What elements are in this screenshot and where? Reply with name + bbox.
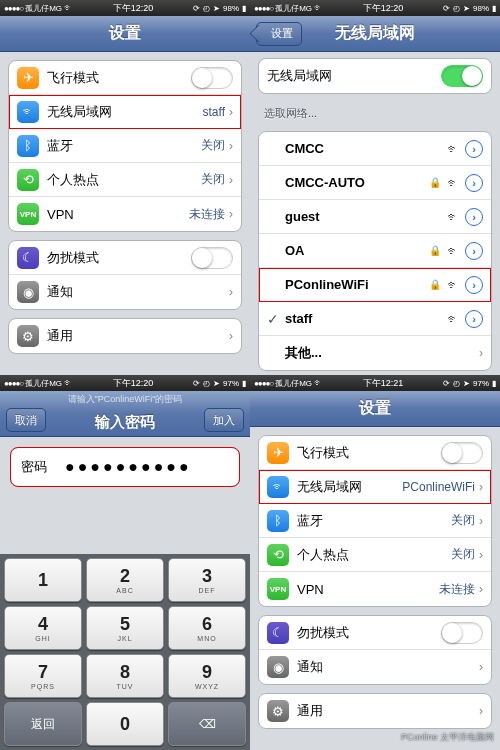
key-2[interactable]: 2ABC: [86, 558, 164, 602]
cancel-button[interactable]: 取消: [6, 408, 46, 432]
pane-settings-2: ●●●●○孤儿仔MG ᯤ 下午12:21 ⟳◴➤97%▮ 设置 ✈飞行模式 ᯤ无…: [250, 375, 500, 750]
password-input[interactable]: ●●●●●●●●●●: [65, 458, 192, 476]
password-prompt: 请输入"PConlineWiFi"的密码: [0, 393, 250, 406]
key-8[interactable]: 8TUV: [86, 654, 164, 698]
vpn-icon: VPN: [267, 578, 289, 600]
password-field-row[interactable]: 密码 ●●●●●●●●●●: [10, 447, 240, 487]
page-title: 设置: [359, 398, 391, 419]
signal-icon: ᯤ: [447, 142, 459, 156]
detail-button[interactable]: ›: [465, 242, 483, 260]
detail-button[interactable]: ›: [465, 310, 483, 328]
key-1[interactable]: 1: [4, 558, 82, 602]
status-bar: ●●●●○孤儿仔MG ᯤ 下午12:20 ⟳◴➤98%▮: [0, 0, 250, 16]
notifications-icon: ◉: [17, 281, 39, 303]
bluetooth-icon: ᛒ: [267, 510, 289, 532]
navbar: 设置: [0, 16, 250, 52]
page-title: 无线局域网: [335, 23, 415, 44]
row-hotspot[interactable]: ⟲个人热点关闭›: [259, 538, 491, 572]
network-name: CMCC-AUTO: [285, 175, 429, 190]
navbar: 设置: [250, 391, 500, 427]
wifi-network-row[interactable]: CMCCᯤ›: [259, 132, 491, 166]
row-dnd[interactable]: ☾勿扰模式: [259, 616, 491, 650]
wifi-network-row[interactable]: PConlineWiFi🔒ᯤ›: [259, 268, 491, 302]
row-wifi[interactable]: ᯤ无线局域网staff›: [9, 95, 241, 129]
wifi-network-row[interactable]: guestᯤ›: [259, 200, 491, 234]
chevron-right-icon: ›: [229, 105, 233, 119]
signal-icon: ᯤ: [447, 312, 459, 326]
key-0[interactable]: 0: [86, 702, 164, 746]
key-7[interactable]: 7PQRS: [4, 654, 82, 698]
wifi-icon: ᯤ: [17, 101, 39, 123]
row-airplane[interactable]: ✈飞行模式: [259, 436, 491, 470]
key-5[interactable]: 5JKL: [86, 606, 164, 650]
lock-icon: 🔒: [429, 279, 441, 290]
key-ret[interactable]: 返回: [4, 702, 82, 746]
wifi-master-toggle-row[interactable]: 无线局域网: [259, 59, 491, 93]
navbar: 请输入"PConlineWiFi"的密码 取消 输入密码 加入: [0, 391, 250, 437]
navbar: 设置 无线局域网: [250, 16, 500, 52]
join-button[interactable]: 加入: [204, 408, 244, 432]
key-9[interactable]: 9WXYZ: [168, 654, 246, 698]
wifi-network-row[interactable]: OA🔒ᯤ›: [259, 234, 491, 268]
password-label: 密码: [21, 458, 65, 476]
row-notifications[interactable]: ◉通知›: [9, 275, 241, 309]
row-vpn[interactable]: VPNVPN未连接›: [9, 197, 241, 231]
notifications-icon: ◉: [267, 656, 289, 678]
row-dnd[interactable]: ☾勿扰模式: [9, 241, 241, 275]
wifi-icon: ᯤ: [267, 476, 289, 498]
status-bar: ●●●●○孤儿仔MG ᯤ 下午12:21 ⟳◴➤97%▮: [250, 375, 500, 391]
page-title: 输入密码: [95, 413, 155, 432]
network-name: guest: [285, 209, 447, 224]
gear-icon: ⚙: [267, 700, 289, 722]
section-header: 选取网络...: [250, 102, 500, 123]
signal-icon: ᯤ: [447, 176, 459, 190]
row-notifications[interactable]: ◉通知›: [259, 650, 491, 684]
row-airplane[interactable]: ✈飞行模式: [9, 61, 241, 95]
detail-button[interactable]: ›: [465, 140, 483, 158]
row-bluetooth[interactable]: ᛒ蓝牙关闭›: [259, 504, 491, 538]
row-bluetooth[interactable]: ᛒ蓝牙关闭›: [9, 129, 241, 163]
key-4[interactable]: 4GHI: [4, 606, 82, 650]
wifi-network-row[interactable]: ✓staffᯤ›: [259, 302, 491, 336]
wifi-other-row[interactable]: 其他...›: [259, 336, 491, 370]
key-3[interactable]: 3DEF: [168, 558, 246, 602]
network-name: OA: [285, 243, 429, 258]
hotspot-icon: ⟲: [267, 544, 289, 566]
status-bar: ●●●●○孤儿仔MG ᯤ 下午12:20 ⟳◴➤98%▮: [250, 0, 500, 16]
vpn-icon: VPN: [17, 203, 39, 225]
network-name: CMCC: [285, 141, 447, 156]
airplane-toggle[interactable]: [191, 67, 233, 89]
signal-icon: ᯤ: [447, 278, 459, 292]
detail-button[interactable]: ›: [465, 208, 483, 226]
row-wifi[interactable]: ᯤ无线局域网PConlineWiFi›: [259, 470, 491, 504]
key-6[interactable]: 6MNO: [168, 606, 246, 650]
dnd-toggle[interactable]: [191, 247, 233, 269]
pane-settings-1: ●●●●○孤儿仔MG ᯤ 下午12:20 ⟳◴➤98%▮ 设置 ✈飞行模式 ᯤ无…: [0, 0, 250, 375]
network-name: PConlineWiFi: [285, 277, 429, 292]
moon-icon: ☾: [267, 622, 289, 644]
pane-password: ●●●●○孤儿仔MG ᯤ 下午12:20 ⟳◴➤97%▮ 请输入"PConlin…: [0, 375, 250, 750]
hotspot-icon: ⟲: [17, 169, 39, 191]
bluetooth-icon: ᛒ: [17, 135, 39, 157]
row-general[interactable]: ⚙通用›: [9, 319, 241, 353]
signal-icon: ᯤ: [447, 210, 459, 224]
wifi-network-row[interactable]: CMCC-AUTO🔒ᯤ›: [259, 166, 491, 200]
wifi-toggle[interactable]: [441, 65, 483, 87]
pane-wifi-list: ●●●●○孤儿仔MG ᯤ 下午12:20 ⟳◴➤98%▮ 设置 无线局域网 无线…: [250, 0, 500, 375]
detail-button[interactable]: ›: [465, 276, 483, 294]
signal-icon: ᯤ: [447, 244, 459, 258]
page-title: 设置: [109, 23, 141, 44]
network-name: staff: [285, 311, 447, 326]
row-hotspot[interactable]: ⟲个人热点关闭›: [9, 163, 241, 197]
airplane-icon: ✈: [17, 67, 39, 89]
row-general[interactable]: ⚙通用›: [259, 694, 491, 728]
wifi-icon: ᯤ: [64, 3, 73, 13]
status-bar: ●●●●○孤儿仔MG ᯤ 下午12:20 ⟳◴➤97%▮: [0, 375, 250, 391]
back-button[interactable]: 设置: [256, 22, 302, 46]
gear-icon: ⚙: [17, 325, 39, 347]
detail-button[interactable]: ›: [465, 174, 483, 192]
checkmark-icon: ✓: [267, 311, 279, 327]
numeric-keypad: 12ABC3DEF4GHI5JKL6MNO7PQRS8TUV9WXYZ返回0⌫: [0, 554, 250, 750]
key-del[interactable]: ⌫: [168, 702, 246, 746]
row-vpn[interactable]: VPNVPN未连接›: [259, 572, 491, 606]
